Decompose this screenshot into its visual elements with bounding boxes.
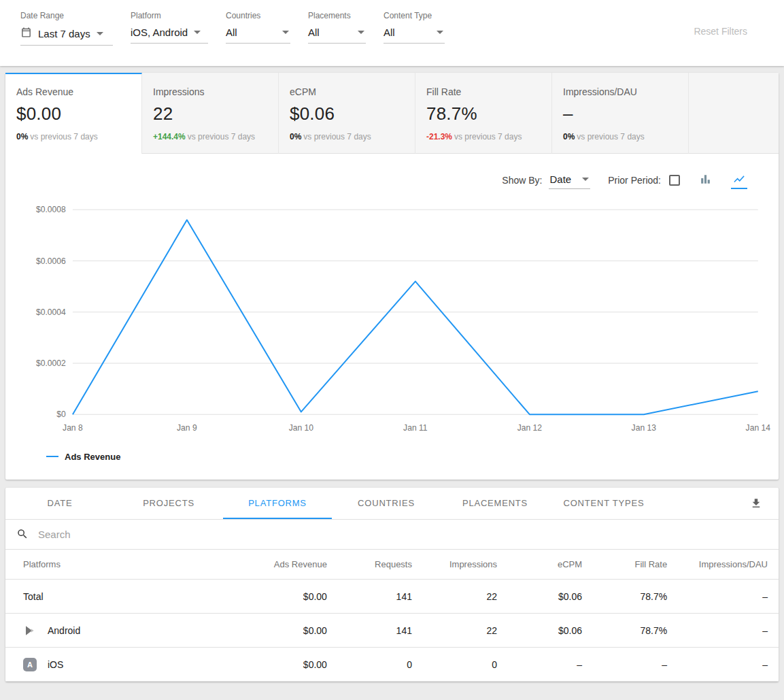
svg-text:Jan 12: Jan 12 — [517, 423, 543, 433]
filter-label: Content Type — [384, 11, 445, 20]
cell-impressions: 22 — [423, 614, 508, 648]
breakdown-card: DATE PROJECTS PLATFORMS COUNTRIES PLACEM… — [5, 488, 779, 682]
bar-chart-toggle[interactable] — [698, 171, 713, 189]
breakdown-tabs: DATE PROJECTS PLATFORMS COUNTRIES PLACEM… — [5, 488, 779, 520]
metric-tab-ecpm[interactable]: eCPM $0.06 0%vs previous 7 days — [279, 73, 415, 154]
tab-platforms[interactable]: PLATFORMS — [223, 488, 332, 519]
metric-value: 78.7% — [426, 103, 541, 124]
metric-tab-impressions-dau[interactable]: Impressions/DAU – 0%vs previous 7 days — [552, 73, 689, 154]
metric-delta-row: -21.3%vs previous 7 days — [426, 132, 541, 141]
cell-impressions-dau: – — [678, 648, 779, 682]
cell-impressions-dau: – — [678, 614, 779, 648]
cell-impressions: 0 — [423, 648, 508, 682]
metric-tab-ads-revenue[interactable]: Ads Revenue $0.00 0%vs previous 7 days — [5, 73, 142, 154]
tab-projects[interactable]: PROJECTS — [114, 488, 223, 519]
metric-label: Impressions/DAU — [563, 86, 677, 97]
legend-swatch — [46, 456, 58, 457]
metric-label: Ads Revenue — [16, 86, 131, 97]
countries-select[interactable]: All — [226, 25, 290, 44]
bar-chart-icon — [699, 173, 712, 186]
metric-delta-suffix: vs previous 7 days — [577, 132, 644, 141]
metric-delta-suffix: vs previous 7 days — [303, 132, 371, 141]
filter-date-range: Date Range Last 7 days — [20, 11, 113, 46]
filter-label: Placements — [308, 11, 366, 20]
cell-fill-rate: 78.7% — [593, 614, 678, 648]
show-by-select[interactable]: Date — [549, 172, 591, 189]
metric-delta-row: 0%vs previous 7 days — [290, 132, 404, 141]
svg-text:$0.0002: $0.0002 — [36, 359, 66, 368]
metric-delta: -21.3% — [426, 132, 452, 141]
metric-delta-row: 0%vs previous 7 days — [563, 132, 677, 141]
metric-delta-suffix: vs previous 7 days — [30, 132, 97, 141]
breakdown-table: Platforms Ads Revenue Requests Impressio… — [5, 550, 779, 682]
tab-content-types[interactable]: CONTENT TYPES — [549, 488, 658, 519]
svg-text:$0.0006: $0.0006 — [36, 256, 66, 266]
svg-text:$0.0004: $0.0004 — [36, 307, 66, 317]
revenue-chart: $0$0.0002$0.0004$0.0006$0.0008Jan 8Jan 9… — [5, 189, 779, 446]
svg-text:Jan 9: Jan 9 — [177, 423, 197, 433]
metric-value: $0.00 — [16, 103, 131, 124]
platform-value: iOS, Android — [131, 27, 188, 38]
row-label: Android — [48, 625, 80, 636]
date-range-value: Last 7 days — [38, 28, 90, 39]
chevron-down-icon — [97, 32, 103, 35]
row-label: Total — [23, 591, 44, 602]
metric-delta-suffix: vs previous 7 days — [454, 132, 522, 141]
download-icon — [750, 497, 762, 510]
search-input[interactable] — [38, 529, 768, 540]
filter-platform: Platform iOS, Android — [131, 11, 208, 44]
platform-select[interactable]: iOS, Android — [131, 25, 208, 44]
metric-tab-fill-rate[interactable]: Fill Rate 78.7% -21.3%vs previous 7 days — [415, 73, 552, 154]
placements-select[interactable]: All — [308, 25, 366, 44]
metric-delta: 0% — [563, 132, 575, 141]
calendar-icon — [20, 27, 32, 40]
cell-requests: 141 — [338, 614, 423, 648]
metric-tabs-filler — [689, 73, 779, 154]
cell-requests: 141 — [338, 580, 423, 614]
filter-label: Date Range — [20, 11, 113, 20]
download-button[interactable] — [750, 497, 762, 510]
cell-requests: 0 — [338, 648, 423, 682]
date-range-select[interactable]: Last 7 days — [20, 25, 113, 46]
cell-fill-rate: – — [593, 648, 678, 682]
prior-period-checkbox[interactable] — [669, 175, 680, 186]
chevron-down-icon — [194, 31, 201, 34]
tab-placements[interactable]: PLACEMENTS — [441, 488, 549, 519]
column-header-platforms[interactable]: Platforms — [5, 550, 245, 580]
column-header-fill-rate[interactable]: Fill Rate — [593, 550, 678, 580]
table-row-total: Total $0.00 141 22 $0.06 78.7% – — [5, 580, 779, 614]
column-header-ecpm[interactable]: eCPM — [508, 550, 593, 580]
search-icon — [16, 528, 29, 540]
content-type-value: All — [384, 27, 395, 38]
chart-legend[interactable]: Ads Revenue — [5, 446, 779, 480]
metric-tab-impressions[interactable]: Impressions 22 +144.4%vs previous 7 days — [142, 73, 279, 154]
table-row-android: Android $0.00 141 22 $0.06 78.7% – — [5, 614, 779, 648]
svg-text:Jan 14: Jan 14 — [746, 423, 771, 433]
svg-text:Jan 11: Jan 11 — [403, 423, 428, 433]
svg-text:$0: $0 — [56, 410, 66, 419]
app-store-icon: A — [23, 658, 37, 671]
column-header-ads-revenue[interactable]: Ads Revenue — [245, 550, 337, 580]
analytics-card: Ads Revenue $0.00 0%vs previous 7 days I… — [5, 73, 779, 480]
reset-filters-button[interactable]: Reset Filters — [694, 26, 747, 37]
cell-ads-revenue: $0.00 — [245, 580, 337, 614]
content-type-select[interactable]: All — [384, 25, 445, 44]
chevron-down-icon — [282, 31, 289, 34]
countries-value: All — [226, 27, 237, 38]
tab-countries[interactable]: COUNTRIES — [332, 488, 441, 519]
metric-delta-suffix: vs previous 7 days — [188, 132, 255, 141]
show-by-value: Date — [550, 173, 572, 185]
column-header-requests[interactable]: Requests — [338, 550, 423, 580]
metric-delta: 0% — [290, 132, 301, 141]
cell-ads-revenue: $0.00 — [245, 648, 337, 682]
row-label: iOS — [48, 659, 63, 670]
legend-label: Ads Revenue — [65, 452, 120, 462]
column-header-impressions-dau[interactable]: Impressions/DAU — [678, 550, 779, 580]
metric-label: eCPM — [290, 86, 404, 97]
line-chart-toggle[interactable] — [731, 171, 747, 189]
tab-date[interactable]: DATE — [5, 488, 114, 519]
column-header-impressions[interactable]: Impressions — [423, 550, 508, 580]
cell-impressions-dau: – — [678, 580, 779, 614]
cell-ads-revenue: $0.00 — [245, 614, 337, 648]
metric-value: 22 — [153, 103, 267, 124]
